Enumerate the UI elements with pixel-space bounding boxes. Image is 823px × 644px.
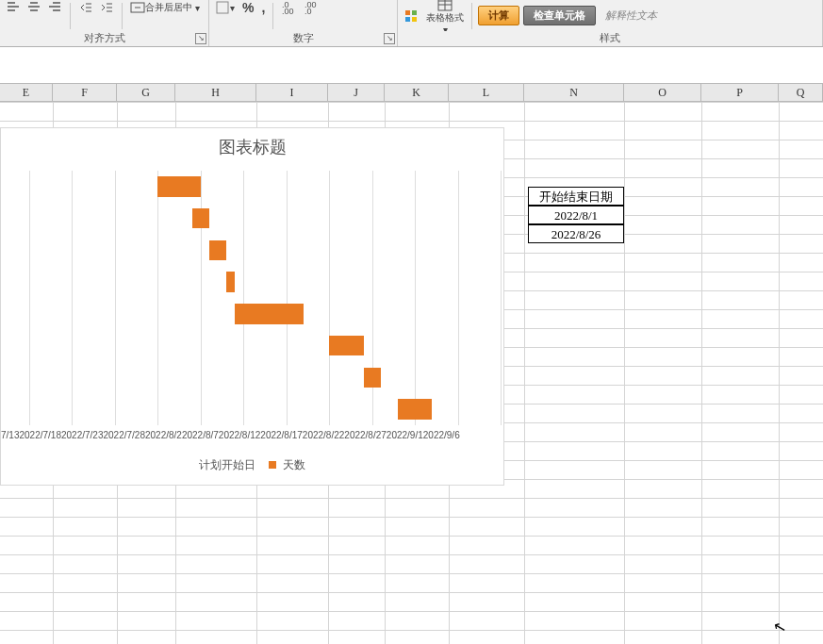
x-tick-label: 2022/8/2 [145, 430, 182, 445]
svg-rect-24 [405, 17, 410, 22]
table-format-button[interactable]: 表格格式▾ [424, 0, 466, 31]
align-top-left-button[interactable] [4, 0, 23, 15]
calculate-style-button[interactable]: 计算 [478, 6, 519, 25]
gantt-bar-0 [157, 176, 200, 197]
x-tick-label: 2022/8/27 [344, 430, 387, 445]
column-header-E[interactable]: E [0, 83, 53, 102]
chart-x-axis-labels: 7/132022/7/182022/7/232022/7/282022/8/22… [1, 430, 505, 445]
ribbon-group-styles: 表格格式▾ 计算 检查单元格 解释性文本 样式 [398, 0, 823, 46]
comma-style-button[interactable]: , [259, 0, 267, 15]
increase-indent-button[interactable] [97, 0, 116, 15]
gantt-bar-3 [226, 272, 235, 292]
chart-plot-area [29, 171, 501, 425]
styles-group-label: 样式 [398, 31, 822, 46]
gantt-bar-2 [209, 240, 226, 261]
svg-rect-22 [405, 10, 410, 15]
legend-item-days: 天数 [283, 458, 305, 471]
svg-rect-17 [217, 2, 228, 13]
column-headers-row: EFGHIJKLNOPQ [0, 83, 823, 102]
cell-N-start-date[interactable]: 2022/8/1 [528, 206, 624, 224]
column-header-O[interactable]: O [624, 83, 701, 102]
ribbon-group-alignment: 合并后居中 ▾ 对齐方式 ↘ [0, 0, 209, 46]
align-top-center-button[interactable] [25, 0, 43, 15]
svg-rect-23 [412, 10, 417, 15]
svg-rect-25 [412, 17, 417, 22]
cell-N-end-date[interactable]: 2022/8/26 [528, 224, 624, 243]
x-tick-label: 2022/7/18 [19, 430, 61, 445]
x-tick-label: 2022/8/17 [260, 430, 303, 445]
gantt-bar-6 [364, 368, 381, 388]
column-header-I[interactable]: I [256, 83, 328, 102]
worksheet-area[interactable]: EFGHIJKLNOPQ 开始结束日期 2022/8/1 2022/8/26 图… [0, 47, 823, 644]
gantt-bar-4 [235, 304, 304, 324]
column-header-J[interactable]: J [328, 83, 385, 102]
number-format-dropdown[interactable]: ▾ [213, 0, 237, 15]
x-tick-label: 2022/7/28 [103, 430, 145, 445]
column-header-N[interactable]: N [524, 83, 624, 102]
conditional-format-button[interactable] [402, 8, 420, 25]
svg-text:.0: .0 [305, 7, 312, 15]
align-top-right-button[interactable] [45, 0, 64, 15]
column-header-Q[interactable]: Q [779, 83, 823, 102]
cell-N-header[interactable]: 开始结束日期 [528, 187, 624, 206]
ribbon-group-number: ▾ % , .0.00 .00.0 数字 ↘ [209, 0, 398, 46]
embedded-chart[interactable]: 图表标题 7/132022/7/182022/7/232022/7/282022… [0, 127, 504, 486]
column-header-K[interactable]: K [385, 83, 449, 102]
svg-text:.00: .00 [282, 7, 294, 15]
legend-swatch-days-icon [269, 461, 276, 469]
decrease-indent-button[interactable] [76, 0, 95, 15]
column-header-P[interactable]: P [701, 83, 779, 102]
decrease-decimal-button[interactable]: .00.0 [302, 0, 321, 15]
column-header-L[interactable]: L [449, 83, 524, 102]
number-group-label: 数字 [209, 31, 397, 46]
merge-center-button[interactable]: 合并后居中 ▾ [128, 0, 202, 15]
x-tick-label: 2022/7/23 [61, 430, 104, 445]
x-tick-label: 2022/8/12 [219, 430, 261, 445]
x-tick-label: 7/13 [1, 430, 19, 445]
alignment-dialog-launcher[interactable]: ↘ [195, 33, 206, 44]
increase-decimal-button[interactable]: .0.00 [279, 0, 298, 15]
number-dialog-launcher[interactable]: ↘ [384, 33, 395, 44]
column-header-F[interactable]: F [53, 83, 117, 102]
explanatory-text-style[interactable]: 解释性文本 [600, 7, 663, 25]
x-tick-label: 2022/9/6 [423, 430, 460, 445]
x-tick-label: 2022/9/1 [387, 430, 423, 445]
gantt-bar-5 [329, 336, 363, 356]
chart-legend: 计划开始日 天数 [1, 457, 503, 473]
column-header-H[interactable]: H [175, 83, 256, 102]
ribbon: 合并后居中 ▾ 对齐方式 ↘ ▾ % , .0.00 .00.0 数字 ↘ [0, 0, 823, 47]
column-header-G[interactable]: G [117, 83, 175, 102]
check-cells-style-button[interactable]: 检查单元格 [523, 6, 596, 25]
legend-item-start: 计划开始日 [199, 458, 255, 471]
alignment-group-label: 对齐方式 [0, 31, 208, 46]
x-tick-label: 2022/8/22 [303, 430, 345, 445]
percent-style-button[interactable]: % [240, 0, 255, 15]
x-tick-label: 2022/8/7 [182, 430, 219, 445]
gantt-bar-1 [192, 208, 209, 229]
chart-title: 图表标题 [1, 136, 503, 158]
merge-center-label: 合并后居中 [145, 1, 192, 14]
table-format-label: 表格格式 [426, 11, 464, 25]
gantt-bar-7 [398, 399, 432, 420]
